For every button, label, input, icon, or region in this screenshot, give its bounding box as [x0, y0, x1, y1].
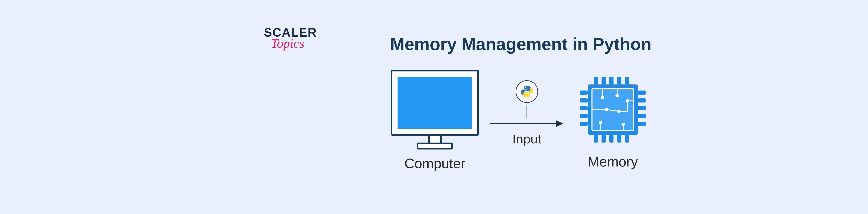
scaler-topics-logo: SCALER Topics: [264, 26, 317, 51]
svg-rect-21: [580, 114, 588, 118]
svg-rect-16: [617, 135, 621, 143]
python-logo-icon: [521, 85, 533, 98]
memory-group: Memory: [574, 71, 652, 170]
svg-rect-25: [638, 106, 646, 110]
svg-rect-1: [398, 77, 472, 129]
diagram-row: Computer Input: [390, 69, 652, 172]
svg-rect-9: [601, 77, 606, 84]
svg-rect-2: [429, 135, 441, 143]
svg-rect-14: [601, 135, 606, 143]
svg-rect-12: [625, 77, 629, 84]
svg-rect-27: [638, 122, 646, 126]
svg-rect-18: [580, 91, 588, 95]
badge-connector-line: [527, 105, 527, 118]
svg-rect-10: [609, 77, 614, 84]
arrow-input-group: Input: [490, 80, 563, 146]
computer-monitor-icon: [390, 69, 480, 150]
arrow-label: Input: [513, 132, 541, 146]
memory-chip-icon: [574, 71, 652, 149]
diagram-title: Memory Management in Python: [390, 34, 652, 54]
svg-rect-20: [580, 106, 588, 110]
svg-rect-15: [609, 135, 614, 143]
svg-rect-26: [638, 114, 646, 118]
svg-point-4: [525, 87, 526, 88]
svg-rect-3: [417, 143, 452, 149]
python-logo-badge: [516, 80, 538, 103]
memory-label: Memory: [588, 154, 638, 170]
arrow-right-icon: [490, 118, 563, 129]
svg-rect-11: [617, 77, 621, 84]
svg-point-5: [528, 95, 529, 96]
svg-rect-8: [594, 77, 598, 84]
svg-marker-7: [556, 120, 563, 127]
svg-rect-24: [638, 98, 646, 103]
svg-rect-19: [580, 98, 588, 103]
diagram-container: SCALER Topics Memory Management in Pytho…: [243, 20, 799, 194]
svg-rect-23: [638, 91, 646, 95]
svg-rect-17: [625, 135, 629, 143]
computer-label: Computer: [404, 155, 465, 172]
computer-group: Computer: [390, 69, 480, 172]
svg-rect-13: [594, 135, 598, 143]
svg-rect-22: [580, 122, 588, 126]
